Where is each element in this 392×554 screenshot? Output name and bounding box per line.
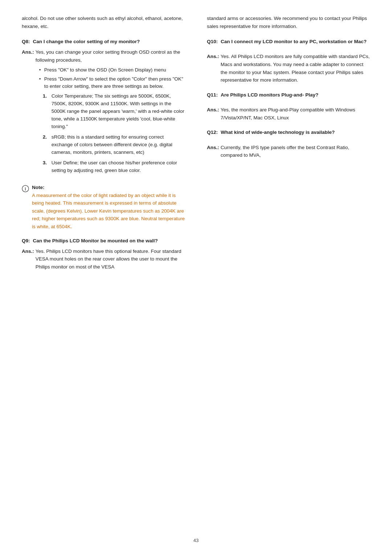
ans-continued: standard arms or accessories. We recomme… bbox=[207, 15, 370, 30]
note-icon: i bbox=[22, 185, 29, 192]
intro-text: alcohol. Do not use other solvents such … bbox=[22, 15, 185, 30]
q10-question: Q10: Can I connect my LCD monitor to any… bbox=[207, 38, 370, 45]
ans8-intro: Yes, you can change your color setting t… bbox=[36, 49, 180, 63]
ans10-text: Yes. All Philips LCD monitors are fully … bbox=[221, 54, 370, 83]
ans9-body: Yes. Philips LCD monitors have this opti… bbox=[36, 247, 185, 271]
ans12-body: Currently, the IPS type panels offer the… bbox=[221, 144, 370, 159]
ans8-block: Ans.: Yes, you can change your color set… bbox=[22, 48, 185, 177]
q12-block: Q12: What kind of wide-angle technology … bbox=[207, 129, 370, 136]
note-label: Note: bbox=[32, 185, 185, 190]
q8-text: Can I change the color setting of my mon… bbox=[33, 38, 140, 45]
q9-question: Q9: Can the Philips LCD Monitor be mount… bbox=[22, 237, 185, 245]
ans8-body: Yes, you can change your color setting t… bbox=[36, 48, 185, 177]
q12-label: Q12: bbox=[207, 129, 218, 136]
right-column: standard arms or accessories. We recomme… bbox=[196, 15, 370, 532]
q10-text: Can I connect my LCD monitor to any PC, … bbox=[221, 38, 367, 45]
q11-block: Q11: Are Philips LCD monitors Plug-and- … bbox=[207, 91, 370, 99]
q9-text: Can the Philips LCD Monitor be mounted o… bbox=[33, 237, 158, 245]
ans9-text: Yes. Philips LCD monitors have this opti… bbox=[36, 249, 181, 270]
note-text: A measurement of the color of light radi… bbox=[32, 193, 185, 229]
ans9-label: Ans.: bbox=[22, 247, 34, 271]
ans11-block: Ans.: Yes, the monitors are Plug-and-Pla… bbox=[207, 106, 370, 122]
note-content: Note: A measurement of the color of ligh… bbox=[32, 185, 185, 231]
ans8-numbered: 1. Color Temperature; The six settings a… bbox=[43, 93, 185, 174]
ans8-bullets: Press "OK" to show the OSD (On Screen Di… bbox=[39, 66, 185, 91]
q11-text: Are Philips LCD monitors Plug-and- Play? bbox=[221, 91, 318, 99]
svg-text:i: i bbox=[25, 186, 26, 191]
q12-text: What kind of wide-angle technology is av… bbox=[221, 129, 335, 136]
ans8-label: Ans.: bbox=[22, 48, 34, 177]
ans10-body: Yes. All Philips LCD monitors are fully … bbox=[221, 53, 370, 84]
ans11-body: Yes, the monitors are Plug-and-Play comp… bbox=[221, 106, 370, 122]
q11-question: Q11: Are Philips LCD monitors Plug-and- … bbox=[207, 91, 370, 99]
numbered-item-1: 1. Color Temperature; The six settings a… bbox=[43, 93, 185, 131]
bullet-item: Press "Down Arrow" to select the option … bbox=[39, 75, 185, 91]
ans12-text: Currently, the IPS type panels offer the… bbox=[221, 145, 349, 158]
numbered-item-3: 3. User Define; the user can choose his/… bbox=[43, 159, 185, 175]
q12-question: Q12: What kind of wide-angle technology … bbox=[207, 129, 370, 136]
q10-label: Q10: bbox=[207, 38, 218, 45]
q9-label: Q9: bbox=[22, 237, 30, 245]
q8-question: Q8: Can I change the color setting of my… bbox=[22, 38, 185, 45]
q8-block: Q8: Can I change the color setting of my… bbox=[22, 38, 185, 177]
q11-label: Q11: bbox=[207, 91, 218, 99]
ans11-label: Ans.: bbox=[207, 106, 219, 122]
bullet-item: Press "OK" to show the OSD (On Screen Di… bbox=[39, 66, 185, 74]
note-block: i Note: A measurement of the color of li… bbox=[22, 185, 185, 231]
ans12-label: Ans.: bbox=[207, 144, 219, 159]
numbered-item-2: 2. sRGB; this is a standard setting for … bbox=[43, 134, 185, 156]
ans10-block: Ans.: Yes. All Philips LCD monitors are … bbox=[207, 53, 370, 84]
ans12-block: Ans.: Currently, the IPS type panels off… bbox=[207, 144, 370, 159]
ans11-text: Yes, the monitors are Plug-and-Play comp… bbox=[221, 107, 355, 120]
q10-block: Q10: Can I connect my LCD monitor to any… bbox=[207, 38, 370, 45]
q9-block: Q9: Can the Philips LCD Monitor be mount… bbox=[22, 237, 185, 271]
page-number: 43 bbox=[193, 538, 199, 543]
ans9-block: Ans.: Yes. Philips LCD monitors have thi… bbox=[22, 247, 185, 271]
q8-label: Q8: bbox=[22, 38, 30, 45]
ans10-label: Ans.: bbox=[207, 53, 219, 84]
left-column: alcohol. Do not use other solvents such … bbox=[22, 15, 196, 532]
